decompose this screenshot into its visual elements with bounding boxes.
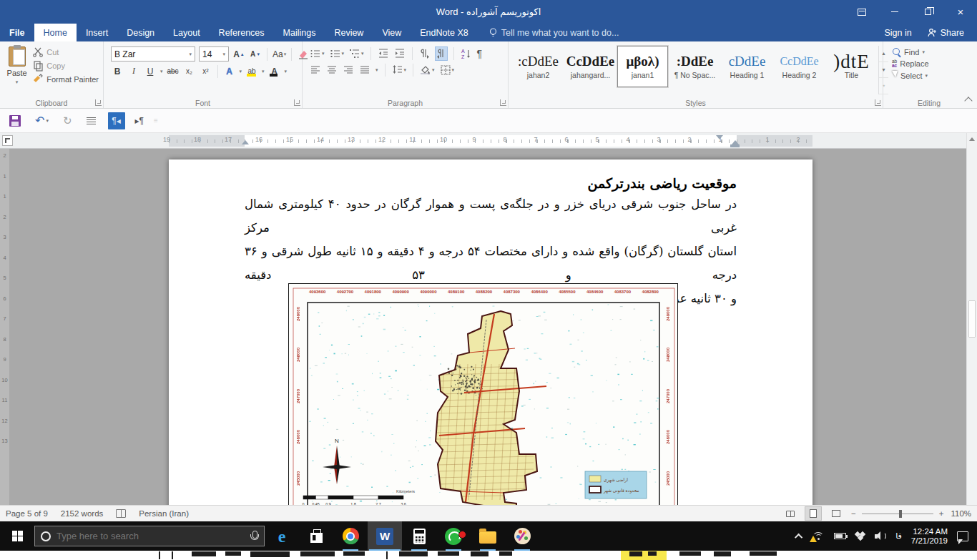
justify-button[interactable]: [359, 64, 370, 77]
subscript-button[interactable]: x₂: [183, 64, 196, 78]
microphone-icon[interactable]: [250, 531, 258, 542]
language-indicator[interactable]: Persian (Iran): [139, 509, 189, 518]
decrease-indent-button[interactable]: [378, 47, 389, 60]
show-hide-marks-button[interactable]: ¶: [477, 47, 483, 60]
styles-dialog-launcher[interactable]: [875, 99, 881, 106]
grow-font-button[interactable]: A▲: [232, 47, 245, 61]
taskbar-store[interactable]: [299, 521, 333, 551]
font-color-button[interactable]: A: [268, 64, 281, 78]
style-title[interactable]: )dtE Title: [826, 46, 877, 87]
document-page[interactable]: موقعیت ریاضی بندرترکمن در ساحل جنوب شرقی…: [169, 159, 812, 505]
paste-dropdown-icon[interactable]: ▾: [16, 79, 19, 85]
font-size-combobox[interactable]: 14▾: [199, 46, 229, 62]
align-center-button[interactable]: [326, 64, 338, 77]
paste-button[interactable]: Paste ▾: [3, 44, 31, 97]
underline-button[interactable]: U: [144, 64, 157, 78]
tab-endnote[interactable]: EndNote X8: [411, 24, 477, 41]
share-button[interactable]: Share: [922, 26, 970, 39]
zoom-slider-thumb[interactable]: [899, 510, 902, 518]
style-heading2[interactable]: CcDdEe Heading 2: [774, 46, 825, 87]
restore-button[interactable]: [911, 0, 944, 24]
redo-button[interactable]: ↻: [61, 112, 74, 130]
bullets-button[interactable]: ▾: [310, 47, 325, 60]
style-janan1[interactable]: μβoλ) janan1: [617, 46, 668, 87]
taskbar-paint[interactable]: [505, 521, 539, 551]
tab-review[interactable]: Review: [325, 24, 373, 41]
minimize-button[interactable]: [878, 0, 911, 24]
font-dialog-launcher[interactable]: [294, 99, 300, 106]
taskbar-file-explorer[interactable]: [471, 521, 505, 551]
select-button[interactable]: Select▾: [892, 71, 929, 81]
superscript-button[interactable]: x²: [200, 64, 212, 78]
increase-indent-button[interactable]: [394, 47, 406, 60]
clipboard-dialog-launcher[interactable]: [95, 99, 102, 106]
tab-file[interactable]: File: [0, 24, 34, 41]
search-input[interactable]: [57, 531, 244, 541]
action-center-icon[interactable]: [957, 531, 968, 541]
wifi-warning-icon[interactable]: [812, 531, 825, 541]
horizontal-ruler[interactable]: 1918171615141312111098765432112: [0, 133, 977, 149]
ltr-text-direction-button[interactable]: [419, 47, 431, 60]
style-jahan2[interactable]: :cDdEe jahan2: [513, 46, 564, 87]
shading-button[interactable]: ▾: [420, 64, 435, 77]
style-jahangard[interactable]: CcDdEe jahangard...: [565, 46, 616, 87]
speaker-icon[interactable]: [875, 531, 886, 541]
quick-rtl-button[interactable]: ¶◂: [108, 112, 125, 129]
word-count[interactable]: 2152 words: [61, 509, 103, 518]
cut-button[interactable]: Cut: [32, 46, 99, 58]
paragraph-dialog-launcher[interactable]: [500, 99, 506, 106]
text-effects-button[interactable]: A: [223, 64, 236, 78]
replace-button[interactable]: abac Replace: [892, 59, 929, 68]
font-name-combobox[interactable]: B Zar▾: [111, 46, 195, 62]
first-line-indent-marker[interactable]: [716, 135, 723, 139]
underline-dropdown-icon[interactable]: ▾: [160, 69, 163, 74]
tab-home[interactable]: Home: [34, 24, 77, 41]
style-no-spacing[interactable]: :DdEe ¶ No Spac...: [669, 46, 720, 87]
style-heading1[interactable]: cDdEe Heading 1: [722, 46, 772, 87]
language-tray-indicator[interactable]: فا: [895, 531, 902, 541]
vertical-ruler[interactable]: 2112345678910111213: [0, 149, 9, 505]
quick-justify-button[interactable]: [84, 112, 98, 130]
ribbon-display-options-button[interactable]: [845, 0, 878, 24]
taskbar-search-box[interactable]: [34, 526, 265, 546]
rtl-text-direction-button[interactable]: [436, 47, 447, 60]
tab-selector-button[interactable]: [2, 135, 13, 146]
battery-icon[interactable]: [834, 533, 846, 539]
copy-button[interactable]: Copy: [32, 60, 99, 72]
undo-button[interactable]: ↶▾: [33, 112, 51, 130]
quick-ltr-button[interactable]: ▸¶: [135, 116, 144, 126]
tab-view[interactable]: View: [373, 24, 411, 41]
bold-button[interactable]: B: [111, 64, 124, 78]
close-button[interactable]: ×: [944, 0, 977, 24]
tab-mailings[interactable]: Mailings: [274, 24, 325, 41]
tab-insert[interactable]: Insert: [77, 24, 117, 41]
shrink-font-button[interactable]: A▼: [249, 47, 262, 61]
taskbar-chrome[interactable]: [333, 521, 368, 551]
sign-in-link[interactable]: Sign in: [884, 28, 911, 38]
read-mode-button[interactable]: [782, 507, 798, 520]
find-button[interactable]: Find▾: [892, 47, 929, 57]
borders-button[interactable]: ▾: [440, 64, 455, 77]
align-right-button[interactable]: [343, 64, 354, 77]
zoom-level[interactable]: 110%: [951, 509, 971, 518]
left-indent-marker[interactable]: [242, 140, 249, 144]
dropbox-icon[interactable]: [855, 531, 865, 541]
highlight-color-button[interactable]: ab: [245, 64, 258, 78]
proofing-status-icon[interactable]: [116, 509, 126, 518]
format-painter-button[interactable]: Format Painter: [32, 74, 99, 85]
map-figure[interactable]: N 00.450.91.82.73.6 Kilometers اراضی شهر…: [288, 283, 678, 505]
vertical-scrollbar[interactable]: [966, 133, 977, 505]
zoom-slider[interactable]: [862, 514, 933, 514]
start-button[interactable]: [0, 521, 34, 551]
align-left-button[interactable]: [310, 64, 321, 77]
page-indicator[interactable]: Page 5 of 9: [6, 509, 48, 518]
taskbar-word[interactable]: W: [368, 521, 402, 551]
multilevel-list-button[interactable]: ▾: [349, 47, 364, 60]
scrollbar-thumb[interactable]: [968, 300, 976, 338]
web-layout-button[interactable]: [828, 507, 844, 520]
zoom-out-button[interactable]: −: [851, 509, 856, 518]
taskbar-whatsapp[interactable]: [436, 521, 471, 551]
tab-references[interactable]: References: [210, 24, 274, 41]
line-spacing-button[interactable]: ▾: [392, 64, 407, 77]
taskbar-edge[interactable]: e: [265, 521, 299, 551]
